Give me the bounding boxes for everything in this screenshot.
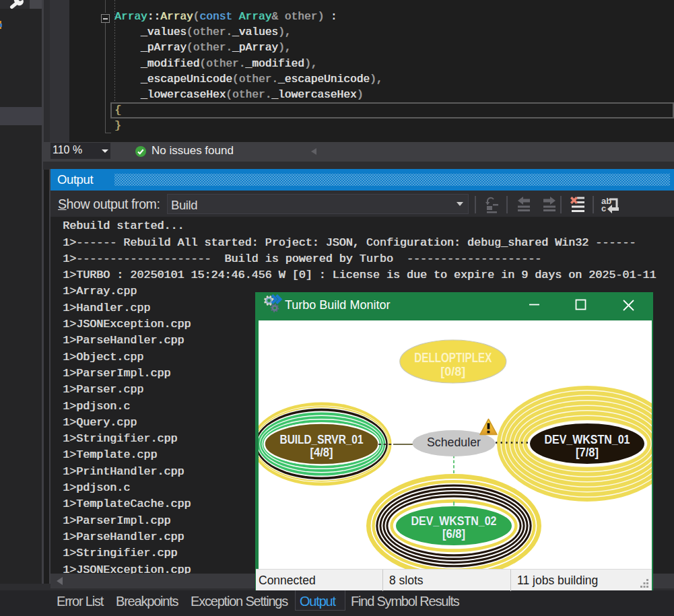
svg-text:DEV_WKSTN_02: DEV_WKSTN_02 — [411, 514, 497, 528]
svg-text:[6/8]: [6/8] — [442, 527, 465, 541]
svg-text:DEV_WKSTN_01: DEV_WKSTN_01 — [545, 433, 630, 446]
svg-text:DELLOPTIPLEX: DELLOPTIPLEX — [414, 350, 492, 365]
svg-text:Scheduler: Scheduler — [427, 436, 481, 449]
svg-text:c: c — [601, 203, 606, 213]
svg-text:BUILD_SRVR_01: BUILD_SRVR_01 — [280, 433, 364, 446]
svg-text:[7/8]: [7/8] — [576, 446, 599, 459]
svg-text:[4/8]: [4/8] — [310, 446, 333, 459]
svg-text:[0/8]: [0/8] — [440, 364, 465, 378]
